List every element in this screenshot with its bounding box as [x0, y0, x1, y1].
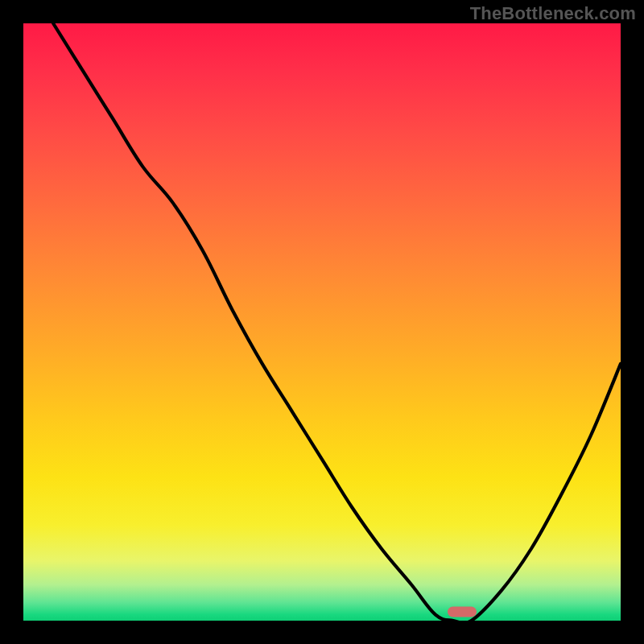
curve-svg: [23, 23, 621, 621]
chart-frame: TheBottleneck.com: [0, 0, 644, 644]
plot-area: [23, 23, 621, 621]
optimum-marker: [448, 606, 477, 617]
bottleneck-curve: [53, 23, 621, 623]
watermark-text: TheBottleneck.com: [470, 3, 636, 24]
